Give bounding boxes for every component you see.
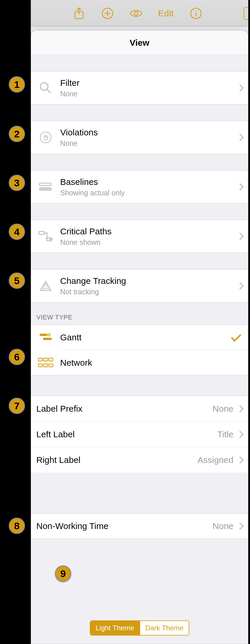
chevron-right-icon xyxy=(236,84,244,91)
svg-rect-19 xyxy=(49,364,53,367)
badge-6: 6 xyxy=(9,349,25,365)
badge-1: 1 xyxy=(9,76,25,93)
row-gantt[interactable]: Gantt xyxy=(31,325,248,350)
top-toolbar: Edit xyxy=(31,0,248,27)
svg-rect-15 xyxy=(44,358,48,361)
svg-rect-18 xyxy=(44,364,48,367)
row-violations[interactable]: Violations None xyxy=(31,121,248,154)
non-working-label: Non-Working Time xyxy=(36,521,212,531)
row-label-prefix[interactable]: Label Prefix None xyxy=(31,396,248,421)
label-prefix-value: None xyxy=(212,404,233,414)
svg-rect-17 xyxy=(38,364,42,367)
svg-point-13 xyxy=(48,334,50,336)
row-critical-paths-sub: None shown xyxy=(60,238,238,247)
badge-4: 4 xyxy=(9,224,25,240)
edit-button[interactable]: Edit xyxy=(158,8,174,18)
theme-light[interactable]: Light Theme xyxy=(90,621,140,635)
row-critical-paths-label: Critical Paths xyxy=(60,227,238,236)
badge-9: 9 xyxy=(55,565,71,582)
critical-path-icon xyxy=(31,230,60,243)
svg-rect-9 xyxy=(39,231,44,234)
row-change-tracking-label: Change Tracking xyxy=(60,276,238,286)
eye-icon[interactable] xyxy=(130,7,142,20)
svg-rect-14 xyxy=(38,358,42,361)
stop-hand-icon xyxy=(31,131,60,144)
chevron-right-icon xyxy=(236,456,244,463)
badge-3: 3 xyxy=(9,175,25,191)
badge-2: 2 xyxy=(9,126,25,142)
right-label-value: Assigned xyxy=(198,455,233,465)
baselines-icon xyxy=(31,182,60,192)
row-violations-sub: None xyxy=(60,139,238,148)
gantt-icon xyxy=(31,332,60,342)
row-baselines-sub: Showing actual only xyxy=(60,189,238,197)
right-label-label: Right Label xyxy=(36,455,198,465)
row-baselines[interactable]: Baselines Showing actual only xyxy=(31,171,248,203)
row-filter[interactable]: Filter None xyxy=(31,72,248,104)
row-left-label[interactable]: Left Label Title xyxy=(31,421,248,447)
row-right-label[interactable]: Right Label Assigned xyxy=(31,447,248,473)
row-violations-label: Violations xyxy=(60,128,238,137)
svg-point-5 xyxy=(40,83,48,90)
left-label-label: Left Label xyxy=(36,429,217,439)
change-tracking-icon xyxy=(31,280,60,292)
label-prefix-label: Label Prefix xyxy=(36,404,212,414)
add-icon[interactable] xyxy=(101,7,114,20)
row-change-tracking[interactable]: Change Tracking Not tracking xyxy=(31,270,248,302)
svg-rect-16 xyxy=(49,358,53,361)
svg-point-2 xyxy=(134,11,138,15)
svg-rect-12 xyxy=(43,338,52,340)
info-icon[interactable] xyxy=(190,7,202,20)
chevron-right-icon xyxy=(236,522,244,530)
svg-rect-7 xyxy=(40,183,51,185)
network-icon xyxy=(31,358,60,368)
left-label-value: Title xyxy=(217,429,233,439)
chevron-right-icon xyxy=(236,405,244,412)
chevron-right-icon xyxy=(236,233,244,240)
row-network-label: Network xyxy=(60,358,243,368)
chevron-right-icon xyxy=(236,282,244,289)
chevron-right-icon xyxy=(236,183,244,190)
share-icon[interactable] xyxy=(73,7,85,20)
chevron-right-icon xyxy=(236,431,244,438)
theme-dark[interactable]: Dark Theme xyxy=(140,621,189,635)
row-filter-sub: None xyxy=(60,90,238,98)
theme-segmented-control[interactable]: Light Theme Dark Theme xyxy=(90,620,190,636)
row-non-working-time[interactable]: Non-Working Time None xyxy=(31,513,248,539)
badge-8: 8 xyxy=(9,518,25,534)
checkmark-icon xyxy=(231,331,241,342)
badge-7: 7 xyxy=(9,398,25,414)
badge-5: 5 xyxy=(9,273,25,289)
row-change-tracking-sub: Not tracking xyxy=(60,288,238,296)
svg-rect-11 xyxy=(40,334,47,336)
svg-rect-8 xyxy=(40,188,51,190)
non-working-value: None xyxy=(212,521,233,531)
chevron-right-icon xyxy=(236,134,244,141)
row-critical-paths[interactable]: Critical Paths None shown xyxy=(31,220,248,253)
popover-title: View xyxy=(31,31,248,55)
row-network[interactable]: Network xyxy=(60,350,248,375)
section-view-type: VIEW TYPE xyxy=(31,302,248,325)
toolbar-right-edge xyxy=(244,7,248,20)
row-gantt-label: Gantt xyxy=(60,332,232,342)
search-icon xyxy=(31,81,60,95)
row-baselines-label: Baselines xyxy=(60,177,238,187)
view-popover: View Filter None xyxy=(31,30,248,644)
row-filter-label: Filter xyxy=(60,78,238,88)
svg-point-4 xyxy=(195,10,196,11)
